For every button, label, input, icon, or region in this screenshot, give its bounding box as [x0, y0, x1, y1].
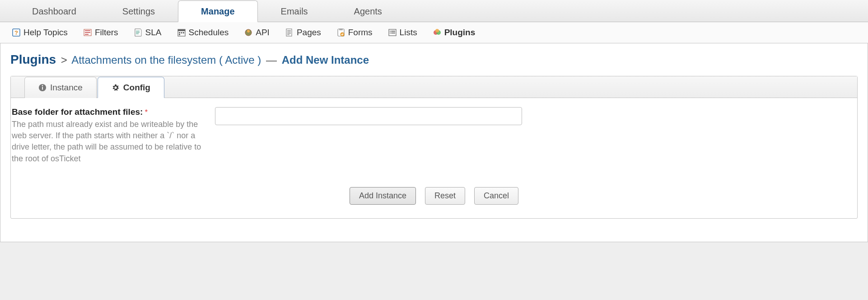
tab-instance[interactable]: Instance: [24, 77, 97, 98]
svg-rect-36: [42, 87, 43, 89]
svg-rect-13: [181, 32, 182, 33]
pages-icon: [285, 28, 294, 37]
breadcrumb-sep: —: [264, 54, 279, 66]
api-icon: [244, 28, 253, 37]
svg-rect-9: [136, 33, 139, 34]
svg-point-38: [114, 86, 117, 89]
subnav-filters[interactable]: Filters: [80, 26, 121, 39]
inner-panel: Instance Config Base folder for attachme…: [10, 76, 858, 219]
sla-icon: [134, 28, 143, 37]
svg-rect-21: [287, 32, 291, 33]
svg-rect-8: [136, 32, 140, 33]
tab-emails[interactable]: Emails: [258, 0, 331, 22]
breadcrumb: Plugins > Attachments on the filesystem …: [10, 52, 858, 67]
add-instance-button[interactable]: Add Instance: [350, 187, 416, 205]
subnav-label: Forms: [348, 28, 373, 38]
main-tabs: Dashboard Settings Manage Emails Agents: [0, 0, 868, 22]
form-buttons: Add Instance Reset Cancel: [11, 187, 857, 205]
svg-rect-19: [286, 29, 292, 36]
svg-rect-4: [85, 32, 90, 33]
gear-icon: [112, 84, 120, 92]
tab-config[interactable]: Config: [98, 77, 164, 98]
plugins-icon: [433, 28, 442, 37]
svg-text:?: ?: [14, 29, 18, 36]
subnav-api[interactable]: API: [241, 26, 272, 39]
breadcrumb-root[interactable]: Plugins: [10, 52, 56, 66]
base-folder-help: The path must already exist and be write…: [12, 119, 201, 164]
subnav-sla[interactable]: SLA: [131, 26, 164, 39]
base-folder-label: Base folder for attachment files:: [12, 107, 143, 117]
subnav-schedules[interactable]: Schedules: [174, 26, 232, 39]
svg-rect-11: [178, 29, 185, 31]
subnav-label: API: [256, 28, 270, 38]
svg-rect-7: [136, 31, 140, 32]
subnav-label: SLA: [145, 28, 162, 38]
subnav-label: Pages: [297, 28, 321, 38]
subnav-label: Schedules: [189, 28, 229, 38]
svg-rect-29: [391, 31, 395, 32]
svg-point-18: [247, 30, 250, 33]
forms-icon: [336, 28, 345, 37]
subnav-pages[interactable]: Pages: [282, 26, 324, 39]
subnav-help-topics[interactable]: ? Help Topics: [9, 26, 70, 39]
tab-label: Config: [123, 83, 150, 93]
subnav-label: Filters: [95, 28, 118, 38]
cancel-button[interactable]: Cancel: [474, 187, 518, 205]
subnav-forms[interactable]: Forms: [334, 26, 375, 39]
svg-rect-23: [287, 34, 289, 35]
inner-tabs: Instance Config: [11, 76, 857, 98]
schedules-icon: [177, 28, 186, 37]
help-topics-icon: ?: [12, 28, 21, 37]
base-folder-input[interactable]: [215, 107, 522, 125]
svg-rect-14: [183, 32, 184, 33]
tab-manage[interactable]: Manage: [178, 0, 257, 22]
svg-rect-28: [390, 31, 391, 32]
info-icon: [38, 84, 47, 92]
svg-point-37: [42, 85, 43, 86]
svg-rect-3: [85, 30, 90, 31]
breadcrumb-sep: >: [59, 54, 69, 66]
subnav-label: Plugins: [444, 28, 476, 38]
svg-rect-5: [85, 34, 89, 35]
config-form: Base folder for attachment files: * The …: [11, 98, 857, 218]
svg-rect-22: [287, 33, 291, 34]
subnav-lists[interactable]: Lists: [385, 26, 420, 39]
reset-button[interactable]: Reset: [425, 187, 465, 205]
svg-rect-25: [339, 28, 343, 30]
svg-rect-31: [391, 33, 395, 33]
subnav-plugins[interactable]: Plugins: [430, 26, 478, 39]
svg-point-34: [435, 29, 439, 33]
subnav-label: Help Topics: [23, 28, 68, 38]
svg-rect-20: [287, 30, 291, 31]
tab-dashboard[interactable]: Dashboard: [9, 0, 99, 22]
breadcrumb-path[interactable]: Attachments on the filesystem ( Active ): [71, 54, 261, 66]
filters-icon: [83, 28, 92, 37]
subnav-label: Lists: [400, 28, 417, 38]
lists-icon: [388, 28, 397, 37]
sub-nav: ? Help Topics Filters SLA Schedules API …: [0, 22, 868, 43]
tab-agents[interactable]: Agents: [331, 0, 405, 22]
breadcrumb-action: Add New Intance: [282, 54, 369, 66]
tab-label: Instance: [50, 83, 83, 93]
tab-settings[interactable]: Settings: [99, 0, 178, 22]
content-area: Plugins > Attachments on the filesystem …: [0, 43, 868, 242]
svg-rect-15: [179, 34, 180, 35]
svg-rect-30: [390, 33, 391, 33]
svg-rect-12: [179, 32, 180, 33]
required-mark: *: [145, 108, 148, 116]
